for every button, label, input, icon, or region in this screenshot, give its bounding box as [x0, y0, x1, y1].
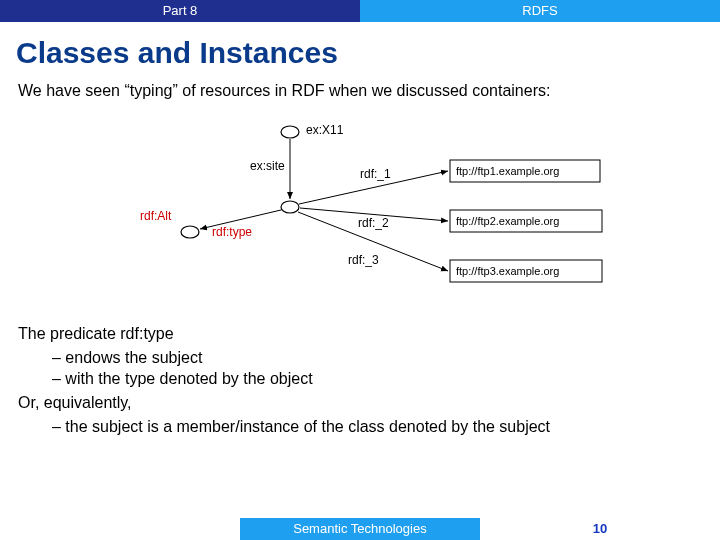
edge-rdf-type: rdf:type: [212, 225, 252, 239]
bullets-2: the subject is a member/instance of the …: [18, 416, 702, 438]
line-equivalently: Or, equivalently,: [18, 392, 702, 414]
header-right: RDFS: [360, 0, 720, 22]
svg-point-1: [281, 201, 299, 213]
url-box-1: ftp://ftp1.example.org: [456, 165, 559, 177]
line-predicate: The predicate rdf:type: [18, 323, 702, 345]
svg-point-2: [181, 226, 199, 238]
lower-text: The predicate rdf:type endows the subjec…: [18, 323, 702, 437]
bullet-with-type: with the type denoted by the object: [52, 368, 702, 390]
edge-rdf-1: rdf:_1: [360, 167, 391, 181]
footer-page: 10: [480, 518, 720, 540]
slide-body: We have seen “typing” of resources in RD…: [0, 80, 720, 518]
footer-left: [0, 518, 240, 540]
url-box-2: ftp://ftp2.example.org: [456, 215, 559, 227]
node-ex-x11: ex:X11: [306, 123, 344, 137]
footer: Semantic Technologies 10: [0, 518, 720, 540]
footer-mid: Semantic Technologies: [240, 518, 480, 540]
edge-ex-site: ex:site: [250, 159, 285, 173]
rdf-diagram: ex:X11 rdf:Alt ex:site rdf:type ftp://ft…: [18, 112, 702, 318]
svg-point-0: [281, 126, 299, 138]
slide: Part 8 RDFS Classes and Instances We hav…: [0, 0, 720, 540]
slide-title: Classes and Instances: [0, 22, 720, 80]
header-left: Part 8: [0, 0, 360, 22]
bullet-endows: endows the subject: [52, 347, 702, 369]
edge-rdf-3: rdf:_3: [348, 253, 379, 267]
edge-rdf-2: rdf:_2: [358, 216, 389, 230]
bullets-1: endows the subject with the type denoted…: [18, 347, 702, 390]
topbar: Part 8 RDFS: [0, 0, 720, 22]
url-box-3: ftp://ftp3.example.org: [456, 265, 559, 277]
intro-text: We have seen “typing” of resources in RD…: [18, 80, 702, 102]
bullet-member: the subject is a member/instance of the …: [52, 416, 702, 438]
node-rdf-alt: rdf:Alt: [140, 209, 172, 223]
